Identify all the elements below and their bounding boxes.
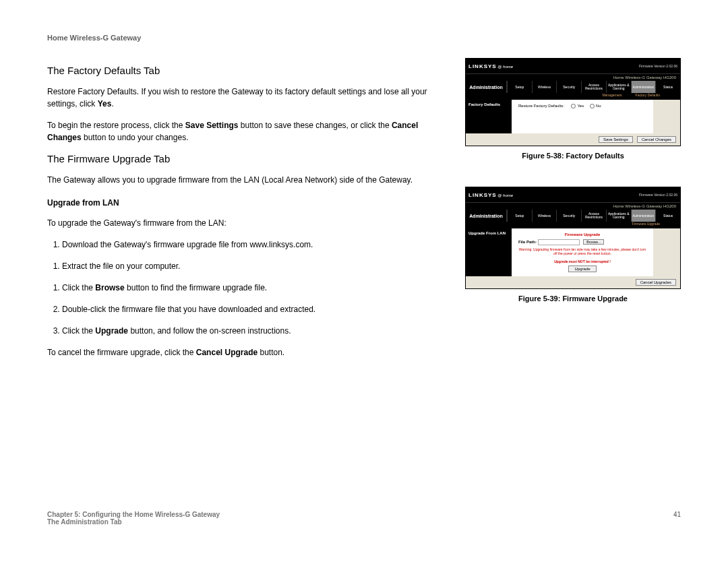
figure-5-38: LINKSYS @ home Firmware Version 2.02.06 … — [465, 58, 681, 146]
para-fd-1: Restore Factory Defaults. If you wish to… — [47, 86, 452, 110]
tab-administration[interactable]: Administration — [631, 210, 656, 222]
nav-tabs[interactable]: Setup Wireless Security Access Restricti… — [507, 81, 680, 93]
footer-section: The Administration Tab — [47, 518, 220, 526]
tab-apps[interactable]: Applications & Gaming — [606, 210, 631, 222]
tab-status[interactable]: Status — [655, 210, 680, 222]
tab-administration[interactable]: Administration — [631, 81, 656, 93]
text: button to save these changes, or click t… — [238, 121, 391, 130]
text: button to find the firmware upgrade file… — [125, 283, 267, 292]
router-subnav: Management Factory Defaults — [466, 93, 680, 100]
para-fw-3: To cancel the firmware upgrade, click th… — [47, 346, 452, 358]
side-label: Factory Defaults — [466, 100, 512, 133]
linksys-logo: LINKSYS @ home — [468, 192, 513, 198]
browse-button[interactable]: Browse... — [583, 239, 604, 245]
main-text-column: The Factory Defaults Tab Restore Factory… — [47, 58, 452, 368]
bold-cancel-upgrade: Cancel Upgrade — [196, 348, 257, 357]
file-path-label: File Path: — [518, 240, 537, 244]
tab-access[interactable]: Access Restrictions — [581, 210, 606, 222]
figure-5-39-caption: Figure 5-39: Firmware Upgrade — [465, 294, 681, 303]
file-path-input[interactable] — [538, 239, 580, 245]
router-ui-factory-defaults: LINKSYS @ home Firmware Version 2.02.06 … — [465, 58, 681, 146]
heading-firmware-upgrade: The Firmware Upgrade Tab — [47, 153, 452, 164]
text: Click the — [62, 283, 95, 292]
router-subnav: Firmware Upgrade — [466, 222, 680, 228]
nav-section-label: Administration — [466, 81, 507, 93]
firmware-version-text: Firmware Version 2.02.06 — [639, 64, 677, 68]
help-column — [653, 228, 680, 276]
step-1: Download the Gateway's firmware upgrade … — [62, 239, 452, 251]
heading-factory-defaults: The Factory Defaults Tab — [47, 65, 452, 76]
cancel-changes-button[interactable]: Cancel Changes — [637, 136, 676, 143]
tab-wireless[interactable]: Wireless — [532, 210, 557, 222]
doc-header: Home Wireless-G Gateway — [47, 34, 681, 42]
text: To begin the restore process, click the — [47, 121, 185, 130]
tab-security[interactable]: Security — [556, 210, 581, 222]
page-number: 41 — [673, 511, 681, 518]
para-fw-2: To upgrade the Gateway's firmware from t… — [47, 217, 452, 229]
restore-label: Restore Factory Defaults: — [518, 104, 564, 108]
figure-column: LINKSYS @ home Firmware Version 2.02.06 … — [465, 58, 681, 368]
button-row: Save Settings Cancel Changes — [466, 133, 680, 146]
text: button to undo your changes. — [82, 133, 189, 142]
linksys-logo: LINKSYS @ home — [468, 63, 513, 69]
yes-label: Yes — [577, 104, 584, 108]
text: To cancel the firmware upgrade, click th… — [47, 348, 196, 357]
router-content: Firmware Upgrade File Path: Browse... Wa… — [512, 228, 653, 276]
radio-no[interactable] — [590, 104, 595, 108]
nav-section-label: Administration — [466, 210, 507, 222]
footer-chapter: Chapter 5: Configuring the Home Wireless… — [47, 511, 220, 518]
figure-5-38-caption: Figure 5-38: Factory Defaults — [465, 152, 681, 160]
tab-apps[interactable]: Applications & Gaming — [606, 81, 631, 93]
firmware-upgrade-title: Firmware Upgrade — [518, 232, 646, 237]
figure-5-39: LINKSYS @ home Firmware Version 2.02.06 … — [465, 187, 681, 289]
step-1c: Click the Browse button to find the firm… — [62, 282, 452, 294]
steps-list: Download the Gateway's firmware upgrade … — [47, 239, 452, 337]
radio-yes[interactable] — [571, 104, 576, 108]
upgrade-button[interactable]: Upgrade — [568, 266, 596, 272]
step-1b: Extract the file on your computer. — [62, 260, 452, 272]
button-row: Cancel Upgrades — [466, 276, 680, 288]
router-title-bar: Home Wireless-G Gateway HG200 — [466, 73, 680, 81]
tab-status[interactable]: Status — [655, 81, 680, 93]
tab-security[interactable]: Security — [556, 81, 581, 93]
router-title-bar: Home Wireless-G Gateway HG200 — [466, 202, 680, 210]
step-3: Click the Upgrade button, and follow the… — [62, 325, 452, 337]
para-fd-2: To begin the restore process, click the … — [47, 119, 452, 144]
bold-save-settings: Save Settings — [185, 121, 239, 130]
text: button. — [257, 348, 284, 357]
bold-yes: Yes — [98, 99, 112, 108]
bold-browse: Browse — [95, 283, 124, 292]
subnav-firmware-upgrade[interactable]: Firmware Upgrade — [632, 222, 660, 228]
tab-access[interactable]: Access Restrictions — [581, 81, 606, 93]
tab-setup[interactable]: Setup — [507, 81, 532, 93]
text: button, and follow the on-screen instruc… — [128, 326, 291, 336]
router-content: Restore Factory Defaults: Yes No — [512, 100, 653, 133]
subnav-factory-defaults[interactable]: Factory Defaults — [636, 93, 660, 100]
side-label: Upgrade From LAN — [466, 228, 512, 276]
subnav-management[interactable]: Management — [602, 93, 621, 100]
tab-setup[interactable]: Setup — [507, 210, 532, 222]
save-settings-button[interactable]: Save Settings — [599, 136, 633, 143]
bold-upgrade: Upgrade — [95, 326, 128, 336]
subheading-upgrade-lan: Upgrade from LAN — [47, 198, 452, 208]
firmware-warning-text: Warning: Upgrading firmware from lan sid… — [518, 247, 646, 255]
cancel-upgrades-button[interactable]: Cancel Upgrades — [636, 279, 676, 286]
page-footer: Chapter 5: Configuring the Home Wireless… — [47, 511, 681, 526]
firmware-version-text: Firmware Version 2.02.06 — [639, 193, 677, 197]
tab-wireless[interactable]: Wireless — [532, 81, 557, 93]
help-column — [653, 100, 680, 133]
text: Click the — [62, 326, 95, 336]
router-ui-firmware-upgrade: LINKSYS @ home Firmware Version 2.02.06 … — [465, 187, 681, 289]
firmware-interrupt-warning: Upgrade must NOT be interrupted ! — [518, 259, 646, 263]
text: . — [111, 99, 113, 108]
no-label: No — [596, 104, 601, 108]
para-fw-1: The Gateway allows you to upgrade firmwa… — [47, 174, 452, 186]
nav-tabs[interactable]: Setup Wireless Security Access Restricti… — [507, 210, 680, 222]
step-2: Double-click the firmware file that you … — [62, 303, 452, 315]
